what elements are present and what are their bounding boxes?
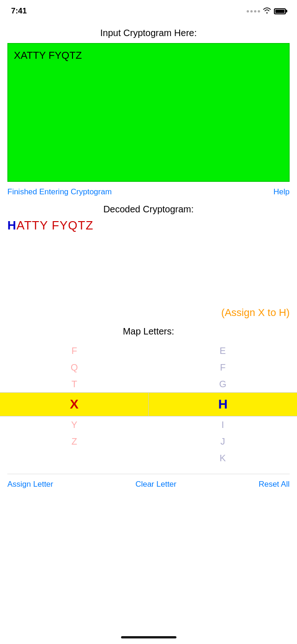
picker-right-item-2: G <box>149 376 297 392</box>
status-time: 7:41 <box>11 6 27 16</box>
page-title: Input Cryptogram Here: <box>0 28 297 38</box>
picker-right-below-0: I <box>149 416 297 433</box>
bottom-actions: Assign Letter Clear Letter Reset All <box>7 474 290 493</box>
picker-below-right: I J K <box>149 416 297 466</box>
status-bar: 7:41 <box>0 0 297 20</box>
picker-right-above: E F G <box>149 342 297 392</box>
picker-left-below-1: Z <box>0 433 149 450</box>
status-icons <box>247 7 286 15</box>
picker-left-item-2: T <box>0 376 149 392</box>
decoded-title: Decoded Cryptogram: <box>0 204 297 215</box>
cryptogram-actions: Finished Entering Cryptogram Help <box>7 186 290 198</box>
picker-container: F Q T E F G <box>0 342 297 392</box>
picker-left-item-0: F <box>0 342 149 359</box>
decoded-rest-chars: ATTY FYQTZ <box>17 218 93 232</box>
home-indicator <box>121 636 176 638</box>
picker-left-below-0: Y <box>0 416 149 433</box>
picker-left-item-1: Q <box>0 359 149 376</box>
picker-right-below-2: K <box>149 450 297 466</box>
cryptogram-input-text: XATTY FYQTZ <box>14 50 82 61</box>
picker-selected-right[interactable]: H <box>149 393 297 416</box>
battery-icon <box>274 8 286 14</box>
assign-letter-button[interactable]: Assign Letter <box>7 480 53 489</box>
picker-right-item-1: F <box>149 359 297 376</box>
picker-selected-left[interactable]: X <box>0 393 149 416</box>
picker-selected-row[interactable]: X H <box>0 392 297 416</box>
help-button[interactable]: Help <box>273 187 290 197</box>
assign-hint: (Assign X to H) <box>7 307 290 319</box>
decoded-first-char: H <box>7 218 17 232</box>
map-letters-title: Map Letters: <box>0 326 297 337</box>
decoded-text: HATTY FYQTZ <box>7 218 290 233</box>
signal-icon <box>247 10 260 12</box>
finished-entering-button[interactable]: Finished Entering Cryptogram <box>7 187 112 197</box>
picker-below-left: Y Z <box>0 416 149 466</box>
wifi-icon <box>263 7 271 15</box>
clear-letter-button[interactable]: Clear Letter <box>135 480 176 489</box>
cryptogram-input-area[interactable]: XATTY FYQTZ <box>7 43 290 182</box>
reset-all-button[interactable]: Reset All <box>259 480 290 489</box>
picker-left-above: F Q T <box>0 342 149 392</box>
picker-right-below-1: J <box>149 433 297 450</box>
picker-right-item-0: E <box>149 342 297 359</box>
picker-below-row: Y Z I J K <box>0 416 297 466</box>
